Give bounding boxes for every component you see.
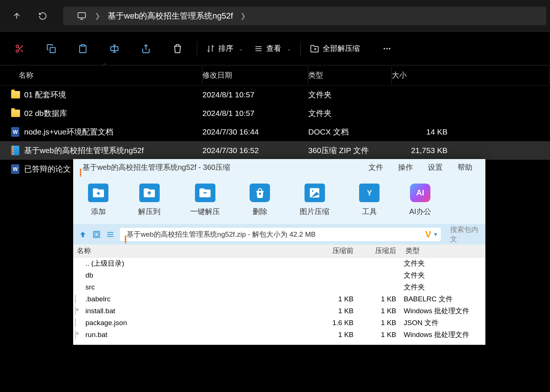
archive-window: 基于web的高校招生管理系统ng52f - 360压缩 文件 操作 设置 帮助 … bbox=[73, 159, 485, 345]
trash-icon bbox=[250, 184, 270, 202]
more-button[interactable] bbox=[377, 38, 397, 59]
chevron-down-icon: ⌄ bbox=[287, 46, 291, 52]
col-after[interactable]: 压缩后 bbox=[361, 246, 404, 256]
list-view-button[interactable] bbox=[106, 230, 114, 239]
hexagon-icon: Y bbox=[359, 184, 380, 202]
breadcrumb-current[interactable]: 基于web的高校招生管理系统ng52f bbox=[100, 10, 240, 22]
dropdown-icon[interactable]: ▾ bbox=[434, 231, 437, 238]
rename-button[interactable] bbox=[104, 38, 124, 59]
file-size: 14 KB bbox=[392, 127, 448, 136]
menu-settings[interactable]: 设置 bbox=[428, 162, 443, 172]
file-row[interactable]: 01 配套环境2024/8/1 10:57文件夹 bbox=[0, 85, 550, 104]
column-headers: ⌃ 名称 修改日期 类型 大小 bbox=[0, 65, 550, 85]
menu-file[interactable]: 文件 bbox=[368, 162, 383, 172]
file-name: package.json bbox=[85, 319, 307, 327]
file-name: 基于web的高校招生管理系统ng52f bbox=[24, 145, 202, 156]
file-row[interactable]: 基于web的高校招生管理系统ng52f2024/7/30 16:52360压缩 … bbox=[0, 141, 550, 160]
archive-file-row[interactable]: .babelrc1 KB1 KBBABELRC 文件 bbox=[73, 293, 485, 305]
view-button[interactable]: 查看 ⌄ bbox=[249, 38, 297, 59]
extract-all-label: 全部解压缩 bbox=[323, 43, 360, 54]
file-date: 2024/7/30 16:52 bbox=[202, 146, 308, 155]
share-button[interactable] bbox=[136, 38, 156, 59]
file-row[interactable]: Wnode.js+vue环境配置文档2024/7/30 16:44DOCX 文档… bbox=[0, 123, 550, 141]
svg-point-10 bbox=[386, 48, 388, 49]
archive-file-row[interactable]: package.json1.6 KB1 KBJSON 文件 bbox=[73, 317, 485, 329]
cut-button[interactable] bbox=[9, 38, 30, 59]
card-view-button[interactable] bbox=[92, 230, 101, 239]
archive-file-row[interactable]: db文件夹 bbox=[73, 269, 485, 281]
resize-handle-icon[interactable]: ⌃ bbox=[102, 62, 107, 68]
copy-button[interactable] bbox=[41, 38, 61, 59]
delete-archive-button[interactable]: 删除 bbox=[250, 184, 270, 217]
nav-bar: ❯ 基于web的高校招生管理系统ng52f ❯ bbox=[0, 0, 550, 32]
svg-rect-17 bbox=[95, 233, 98, 236]
back-button[interactable] bbox=[7, 7, 26, 25]
bat-icon bbox=[75, 307, 76, 315]
col-date[interactable]: 修改日期 bbox=[202, 67, 308, 84]
col-type[interactable]: 类型 bbox=[404, 246, 485, 256]
ai-office-label: AI办公 bbox=[409, 207, 431, 217]
file-date: 2024/7/30 16:44 bbox=[202, 127, 308, 136]
file-name: node.js+vue环境配置文档 bbox=[24, 127, 202, 137]
file-name: src bbox=[85, 283, 307, 291]
col-size[interactable]: 大小 bbox=[392, 67, 550, 84]
ai-icon: AI bbox=[410, 184, 430, 202]
one-click-label: 一键解压 bbox=[190, 207, 220, 217]
ai-office-button[interactable]: AI AI办公 bbox=[409, 184, 431, 217]
extract-all-button[interactable]: 全部解压缩 bbox=[305, 38, 365, 59]
file-type: Windows 批处理文件 bbox=[404, 306, 485, 316]
col-name[interactable]: 名称 bbox=[75, 246, 307, 256]
refresh-button[interactable] bbox=[33, 7, 52, 25]
file-name: .. (上级目录) bbox=[85, 259, 307, 268]
delete-label: 删除 bbox=[253, 207, 267, 217]
archive-title-bar[interactable]: 基于web的高校招生管理系统ng52f - 360压缩 文件 操作 设置 帮助 bbox=[73, 159, 485, 176]
file-row[interactable]: 02 db数据库2024/8/1 10:57文件夹 bbox=[0, 104, 550, 123]
file-type: 文件夹 bbox=[404, 282, 485, 292]
file-name: db bbox=[85, 271, 307, 279]
menu-operation[interactable]: 操作 bbox=[398, 162, 413, 172]
file-date: 2024/8/1 10:57 bbox=[202, 109, 308, 118]
col-before[interactable]: 压缩前 bbox=[307, 246, 361, 256]
file-type: 文件夹 bbox=[308, 90, 392, 100]
file-date: 2024/8/1 10:57 bbox=[202, 90, 308, 99]
delete-button[interactable] bbox=[167, 38, 188, 59]
archive-file-row[interactable]: src文件夹 bbox=[73, 281, 485, 293]
archive-icon bbox=[310, 44, 319, 53]
archive-file-row[interactable]: run.bat1 KB1 KBWindows 批处理文件 bbox=[73, 329, 485, 341]
one-click-extract-button[interactable]: 一键解压 bbox=[190, 184, 220, 217]
archive-file-row[interactable]: .. (上级目录)文件夹 bbox=[73, 257, 485, 269]
up-button[interactable] bbox=[79, 230, 87, 239]
image-compress-button[interactable]: 图片压缩 bbox=[300, 184, 329, 217]
separator bbox=[197, 41, 197, 56]
col-type[interactable]: 类型 bbox=[308, 67, 392, 84]
zip-icon bbox=[11, 146, 19, 155]
extract-to-button[interactable]: 解压到 bbox=[138, 184, 160, 217]
size-before: 1 KB bbox=[307, 307, 361, 315]
file-type: 360压缩 ZIP 文件 bbox=[308, 145, 392, 156]
file-type: 文件夹 bbox=[308, 108, 392, 119]
search-input[interactable]: 搜索包内文 bbox=[446, 225, 480, 244]
archive-toolbar: 添加 解压到 一键解压 删除 图片压缩 bbox=[73, 176, 485, 224]
file-type: 文件夹 bbox=[404, 270, 485, 280]
list-icon bbox=[254, 45, 263, 53]
add-button[interactable]: 添加 bbox=[88, 184, 108, 217]
image-compress-label: 图片压缩 bbox=[300, 207, 329, 217]
breadcrumb[interactable]: ❯ 基于web的高校招生管理系统ng52f ❯ bbox=[63, 7, 546, 25]
archive-file-row[interactable]: install.bat1 KB1 KBWindows 批处理文件 bbox=[73, 305, 485, 317]
folder-icon bbox=[11, 110, 20, 117]
path-text: 基于web的高校招生管理系统ng52f.zip - 解包大小为 42.2 MB bbox=[127, 230, 316, 239]
one-click-icon bbox=[195, 184, 215, 202]
archive-path[interactable]: 基于web的高校招生管理系统ng52f.zip - 解包大小为 42.2 MB … bbox=[120, 228, 441, 241]
toolbar: 排序 ⌄ 查看 ⌄ 全部解压缩 bbox=[0, 32, 550, 65]
col-name[interactable]: 名称 bbox=[19, 67, 202, 84]
paste-button[interactable] bbox=[72, 38, 93, 59]
size-before: 1 KB bbox=[307, 331, 361, 339]
tools-button[interactable]: Y 工具 bbox=[359, 184, 380, 217]
computer-icon[interactable] bbox=[72, 7, 91, 25]
menu-help[interactable]: 帮助 bbox=[458, 162, 472, 172]
sort-button[interactable]: 排序 ⌄ bbox=[201, 38, 249, 59]
view-label: 查看 bbox=[266, 43, 281, 54]
archive-nav-bar: 基于web的高校招生管理系统ng52f.zip - 解包大小为 42.2 MB … bbox=[73, 224, 485, 244]
vip-badge[interactable]: V bbox=[425, 229, 431, 240]
file-type: BABELRC 文件 bbox=[404, 294, 485, 304]
